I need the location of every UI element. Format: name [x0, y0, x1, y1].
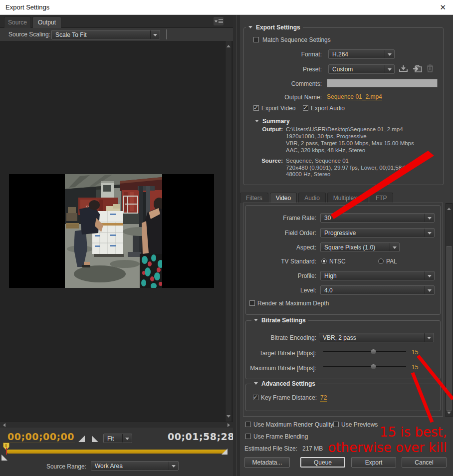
source-scaling-label: Source Scaling: — [8, 31, 50, 38]
tab-filters[interactable]: Filters — [240, 193, 268, 203]
key-frame-value[interactable]: 72 — [320, 394, 327, 402]
scroll-up-icon[interactable] — [226, 43, 230, 47]
format-label: Format: — [240, 51, 322, 58]
export-video-checkbox[interactable] — [253, 105, 259, 111]
collapse-triangle-icon — [254, 319, 258, 321]
advanced-settings-header[interactable]: Advanced Settings — [251, 380, 318, 387]
key-frame-label: Key Frame Distance: — [261, 394, 317, 401]
save-preset-icon[interactable] — [399, 65, 408, 72]
summary-header[interactable]: Summary — [252, 117, 292, 125]
cancel-button[interactable]: Cancel — [402, 457, 447, 468]
import-preset-icon[interactable] — [413, 65, 422, 72]
render-max-depth-label: Render at Maximum Depth — [257, 300, 329, 307]
collapse-triangle-icon — [248, 26, 252, 28]
zoom-level-dropdown[interactable]: Fit — [103, 434, 132, 443]
tab-audio[interactable]: Audio — [298, 193, 326, 203]
source-range-dropdown[interactable]: Work Area — [91, 461, 179, 471]
output-name-label: Output Name: — [240, 94, 322, 101]
use-max-render-quality-checkbox[interactable] — [245, 422, 251, 427]
video-settings-content: Frame Rate: 30 Field Order: Progressive … — [243, 203, 443, 417]
scroll-right-icon[interactable] — [227, 423, 232, 427]
tab-source[interactable]: Source — [4, 16, 31, 28]
chevron-down-icon — [390, 243, 399, 251]
preview-horizontal-scrollbar[interactable] — [0, 422, 233, 428]
preview-vertical-scrollbar[interactable] — [225, 41, 231, 422]
key-frame-checkbox[interactable] — [253, 395, 258, 400]
settings-vertical-scrollbar[interactable] — [446, 203, 453, 417]
summary-source-line: 48000 Hz, Stereo — [286, 171, 331, 177]
video-frame: AI KW — [9, 174, 214, 288]
frame-rate-dropdown[interactable]: 30 — [320, 213, 435, 223]
scroll-up-icon[interactable] — [447, 206, 451, 210]
level-dropdown[interactable]: 4.0 — [320, 285, 435, 295]
target-bitrate-slider[interactable] — [323, 348, 406, 355]
bitrate-encoding-label: Bitrate Encoding: — [246, 334, 316, 341]
use-frame-blending-checkbox[interactable] — [245, 434, 251, 439]
output-name-link[interactable]: Sequence 01_2.mp4 — [327, 93, 382, 101]
pal-radio[interactable] — [378, 258, 384, 264]
match-sequence-checkbox[interactable] — [253, 37, 259, 42]
metadata-button[interactable]: Metadata... — [244, 457, 290, 468]
scroll-down-icon[interactable] — [447, 412, 451, 416]
export-settings-dialog: Export Settings ✕ Source Output Source S… — [0, 0, 453, 476]
summary-source-line: Sequence, Sequence 01 — [286, 158, 349, 164]
profile-dropdown[interactable]: High — [320, 271, 435, 280]
preset-dropdown[interactable]: Custom — [328, 64, 395, 74]
comments-input[interactable] — [327, 79, 438, 87]
tab-ftp[interactable]: FTP — [370, 193, 393, 203]
scroll-left-icon[interactable] — [1, 423, 5, 427]
menu-caret-icon — [215, 20, 218, 24]
tab-video[interactable]: Video — [270, 193, 297, 203]
panel-splitter[interactable] — [233, 15, 240, 476]
work-area-end-handle[interactable] — [222, 449, 227, 455]
source-scaling-dropdown[interactable]: Scale To Fit — [51, 30, 160, 39]
maximum-bitrate-value[interactable]: 15 — [412, 364, 418, 371]
bitrate-encoding-dropdown[interactable]: VBR, 2 pass — [319, 333, 434, 342]
current-timecode[interactable]: 00;00;00;00 — [7, 431, 74, 443]
maximum-bitrate-slider[interactable] — [323, 363, 406, 370]
aspect-dropdown[interactable]: Square Pixels (1.0) — [320, 242, 400, 252]
chevron-down-icon — [425, 271, 434, 280]
advanced-settings-group: Key Frame Distance: 72 — [245, 384, 441, 411]
queue-button[interactable]: Queue — [300, 457, 345, 468]
work-area-start-handle[interactable] — [1, 455, 7, 461]
summary-output-line: VBR, 2 pass, Target 15.00 Mbps, Max 15.0… — [286, 140, 414, 146]
slider-thumb[interactable] — [371, 349, 376, 354]
preset-label: Preset: — [240, 66, 322, 73]
export-button[interactable]: Export — [351, 457, 396, 468]
set-in-point-icon[interactable] — [78, 436, 85, 442]
ntsc-label: NTSC — [329, 258, 346, 265]
settings-tab-bar: Filters Video Audio Multiplexer FTP — [240, 193, 395, 203]
summary-output-line: C:\Users\USER\Desktop\Sequence 01_2.mp4 — [286, 126, 403, 132]
bitrate-settings-header[interactable]: Bitrate Settings — [251, 316, 308, 324]
chevron-down-icon — [424, 333, 434, 342]
scrollbar-thumb[interactable] — [447, 246, 452, 411]
use-previews-label: Use Previews — [341, 421, 378, 428]
format-value: H.264 — [329, 50, 385, 58]
splitter-grip[interactable] — [166, 29, 167, 39]
field-order-dropdown[interactable]: Progressive — [320, 228, 435, 238]
panel-menu-icon[interactable] — [214, 17, 224, 25]
slider-thumb[interactable] — [371, 364, 376, 369]
use-previews-checkbox[interactable] — [333, 422, 339, 427]
scroll-down-icon[interactable] — [226, 415, 230, 420]
tab-multiplexer[interactable]: Multiplexer — [327, 193, 368, 203]
field-order-value: Progressive — [321, 229, 425, 237]
export-audio-checkbox[interactable] — [303, 105, 308, 111]
export-settings-header-label: Export Settings — [256, 24, 300, 31]
tab-output[interactable]: Output — [32, 16, 61, 28]
bitrate-settings-header-label: Bitrate Settings — [261, 317, 306, 324]
format-dropdown[interactable]: H.264 — [328, 49, 395, 59]
chevron-down-icon — [169, 462, 178, 470]
dialog-title: Export Settings — [5, 3, 49, 11]
target-bitrate-value[interactable]: 15 — [412, 349, 418, 356]
comments-label: Comments: — [240, 80, 322, 87]
timeline-work-area-bar[interactable] — [7, 450, 227, 454]
set-out-point-icon[interactable] — [92, 436, 98, 442]
use-frame-blending-label: Use Frame Blending — [253, 433, 308, 440]
render-max-depth-checkbox[interactable] — [249, 300, 255, 306]
export-settings-header[interactable]: Export Settings — [246, 23, 303, 31]
delete-preset-icon — [427, 64, 434, 72]
close-icon[interactable]: ✕ — [440, 3, 446, 12]
ntsc-radio[interactable] — [321, 258, 327, 264]
